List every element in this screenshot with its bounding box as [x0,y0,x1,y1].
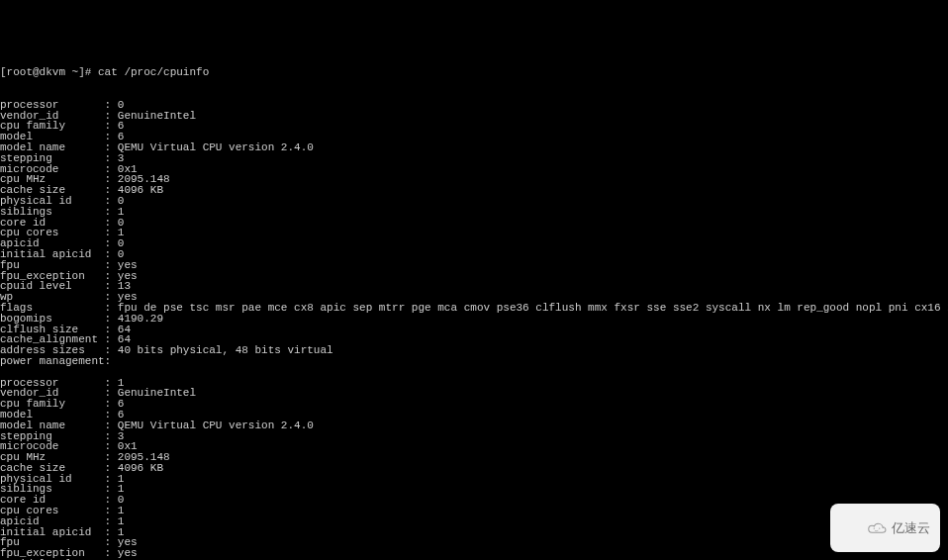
cpuinfo-line: stepping : 3 [0,431,948,442]
cpuinfo-line: cpuid level : 13 [0,281,948,292]
cpuinfo-line: processor : 0 [0,100,948,111]
cpuinfo-line: address sizes : 40 bits physical, 48 bit… [0,345,948,356]
watermark-badge: 亿速云 [830,504,940,552]
cpuinfo-line: apicid : 0 [0,238,948,249]
cpuinfo-line: fpu : yes [0,260,948,271]
svg-point-1 [879,527,880,528]
watermark-text: 亿速云 [892,521,930,534]
cpuinfo-line: clflush size : 64 [0,325,948,335]
cpuinfo-line: stepping : 3 [0,153,948,164]
cpuinfo-line: cpu family : 6 [0,399,948,410]
cpuinfo-line: core id : 0 [0,495,948,506]
cloud-icon [840,508,888,548]
cpuinfo-line: fpu_exception : yes [0,548,948,559]
cpuinfo-line: physical id : 0 [0,196,948,207]
cpuinfo-line: initial apicid : 1 [0,527,948,538]
cpuinfo-line: bogomips : 4190.29 [0,314,948,325]
cpuinfo-line: model name : QEMU Virtual CPU version 2.… [0,142,948,153]
cpuinfo-line: power management: [0,356,948,367]
cpuinfo-line: fpu : yes [0,537,948,548]
svg-point-0 [874,527,875,528]
cpuinfo-line: cpu cores : 1 [0,228,948,238]
cpuinfo-line: core id : 0 [0,218,948,229]
cpuinfo-line: siblings : 1 [0,207,948,218]
cpuinfo-output: processor : 0vendor_id : GenuineIntelcpu… [0,100,948,560]
cpuinfo-line: initial apicid : 0 [0,249,948,260]
cpuinfo-line: vendor_id : GenuineIntel [0,111,948,122]
blank-line [0,367,948,378]
cpuinfo-line: siblings : 1 [0,484,948,495]
cpuinfo-line: fpu_exception : yes [0,271,948,282]
terminal-output[interactable]: [root@dkvm ~]# cat /proc/cpuinfo process… [0,44,948,560]
cpuinfo-line: cpu family : 6 [0,121,948,132]
cpuinfo-line: cache size : 4096 KB [0,185,948,196]
prompt-line: [root@dkvm ~]# cat /proc/cpuinfo [0,67,948,78]
cpuinfo-line: cache size : 4096 KB [0,463,948,474]
cpuinfo-line: cpu cores : 1 [0,506,948,516]
cpuinfo-line: model name : QEMU Virtual CPU version 2.… [0,420,948,431]
cpuinfo-line: apicid : 1 [0,516,948,527]
cpuinfo-line: vendor_id : GenuineIntel [0,388,948,399]
cpuinfo-line: physical id : 1 [0,474,948,485]
